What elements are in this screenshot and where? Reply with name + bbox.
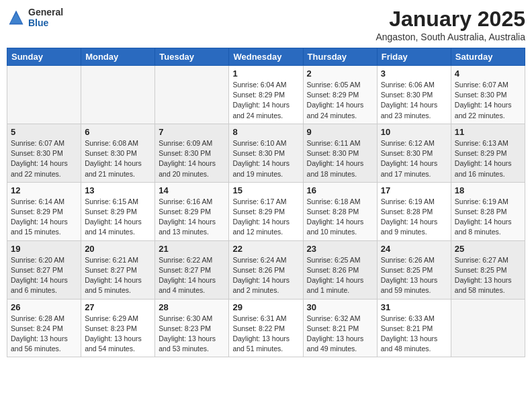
calendar-cell: 11Sunrise: 6:13 AM Sunset: 8:29 PM Dayli… [451, 124, 525, 182]
month-title: January 2025 [375, 7, 525, 32]
day-number: 21 [159, 244, 225, 254]
page-header: General Blue January 2025 Angaston, Sout… [7, 7, 525, 42]
day-info: Sunrise: 6:07 AM Sunset: 8:30 PM Dayligh… [11, 138, 77, 179]
day-info: Sunrise: 6:10 AM Sunset: 8:30 PM Dayligh… [232, 138, 299, 179]
day-number: 3 [381, 68, 447, 79]
logo-blue: Blue [28, 17, 63, 28]
calendar-week-4: 19Sunrise: 6:20 AM Sunset: 8:27 PM Dayli… [7, 240, 525, 299]
calendar-week-2: 5Sunrise: 6:07 AM Sunset: 8:30 PM Daylig… [7, 124, 525, 182]
day-number: 23 [307, 244, 373, 254]
day-number: 7 [159, 127, 225, 137]
calendar-cell: 2Sunrise: 6:05 AM Sunset: 8:29 PM Daylig… [303, 66, 377, 124]
day-info: Sunrise: 6:27 AM Sunset: 8:25 PM Dayligh… [455, 255, 521, 296]
calendar-header-row: SundayMondayTuesdayWednesdayThursdayFrid… [7, 48, 525, 66]
logo-general: General [28, 7, 63, 17]
title-block: January 2025 Angaston, South Australia, … [375, 7, 525, 42]
logo: General Blue [7, 7, 63, 28]
logo-text: General Blue [28, 7, 63, 28]
calendar-cell: 16Sunrise: 6:18 AM Sunset: 8:28 PM Dayli… [303, 182, 377, 240]
day-number: 10 [381, 127, 447, 137]
calendar-cell [155, 66, 229, 124]
day-number: 14 [159, 185, 225, 195]
day-info: Sunrise: 6:22 AM Sunset: 8:27 PM Dayligh… [159, 255, 225, 296]
day-info: Sunrise: 6:15 AM Sunset: 8:29 PM Dayligh… [85, 197, 151, 238]
day-info: Sunrise: 6:25 AM Sunset: 8:26 PM Dayligh… [307, 255, 373, 296]
day-number: 28 [159, 302, 225, 312]
calendar-cell: 19Sunrise: 6:20 AM Sunset: 8:27 PM Dayli… [7, 240, 81, 299]
day-info: Sunrise: 6:21 AM Sunset: 8:27 PM Dayligh… [85, 255, 151, 296]
day-info: Sunrise: 6:11 AM Sunset: 8:30 PM Dayligh… [307, 138, 373, 179]
day-info: Sunrise: 6:20 AM Sunset: 8:27 PM Dayligh… [11, 255, 77, 296]
day-number: 30 [307, 302, 373, 312]
calendar-cell: 22Sunrise: 6:24 AM Sunset: 8:26 PM Dayli… [229, 240, 303, 299]
col-header-wednesday: Wednesday [229, 48, 303, 66]
calendar-cell: 14Sunrise: 6:16 AM Sunset: 8:29 PM Dayli… [155, 182, 229, 240]
day-info: Sunrise: 6:16 AM Sunset: 8:29 PM Dayligh… [159, 197, 225, 238]
day-info: Sunrise: 6:32 AM Sunset: 8:21 PM Dayligh… [307, 314, 373, 355]
calendar-cell: 5Sunrise: 6:07 AM Sunset: 8:30 PM Daylig… [7, 124, 81, 182]
day-info: Sunrise: 6:19 AM Sunset: 8:28 PM Dayligh… [455, 197, 521, 238]
day-number: 11 [455, 127, 521, 137]
calendar-cell: 23Sunrise: 6:25 AM Sunset: 8:26 PM Dayli… [303, 240, 377, 299]
day-number: 29 [232, 302, 299, 312]
day-info: Sunrise: 6:07 AM Sunset: 8:30 PM Dayligh… [455, 80, 521, 121]
day-info: Sunrise: 6:26 AM Sunset: 8:25 PM Dayligh… [381, 255, 447, 296]
col-header-saturday: Saturday [451, 48, 525, 66]
day-number: 18 [455, 185, 521, 195]
calendar-cell: 8Sunrise: 6:10 AM Sunset: 8:30 PM Daylig… [229, 124, 303, 182]
col-header-sunday: Sunday [7, 48, 81, 66]
calendar-cell: 13Sunrise: 6:15 AM Sunset: 8:29 PM Dayli… [81, 182, 155, 240]
day-number: 15 [232, 185, 299, 195]
calendar-cell: 28Sunrise: 6:30 AM Sunset: 8:23 PM Dayli… [155, 299, 229, 357]
day-number: 9 [307, 127, 373, 137]
calendar-cell: 20Sunrise: 6:21 AM Sunset: 8:27 PM Dayli… [81, 240, 155, 299]
calendar-cell: 27Sunrise: 6:29 AM Sunset: 8:23 PM Dayli… [81, 299, 155, 357]
calendar-cell: 18Sunrise: 6:19 AM Sunset: 8:28 PM Dayli… [451, 182, 525, 240]
day-number: 5 [11, 127, 77, 137]
calendar-cell: 10Sunrise: 6:12 AM Sunset: 8:30 PM Dayli… [377, 124, 451, 182]
day-number: 31 [381, 302, 447, 312]
calendar-cell: 9Sunrise: 6:11 AM Sunset: 8:30 PM Daylig… [303, 124, 377, 182]
calendar-cell: 21Sunrise: 6:22 AM Sunset: 8:27 PM Dayli… [155, 240, 229, 299]
calendar-cell: 6Sunrise: 6:08 AM Sunset: 8:30 PM Daylig… [81, 124, 155, 182]
day-info: Sunrise: 6:05 AM Sunset: 8:29 PM Dayligh… [307, 80, 373, 121]
day-info: Sunrise: 6:29 AM Sunset: 8:23 PM Dayligh… [85, 314, 151, 355]
day-info: Sunrise: 6:08 AM Sunset: 8:30 PM Dayligh… [85, 138, 151, 179]
calendar-cell: 3Sunrise: 6:06 AM Sunset: 8:30 PM Daylig… [377, 66, 451, 124]
day-number: 22 [232, 244, 299, 254]
day-number: 2 [307, 68, 373, 79]
day-number: 17 [381, 185, 447, 195]
day-number: 13 [85, 185, 151, 195]
day-info: Sunrise: 6:18 AM Sunset: 8:28 PM Dayligh… [307, 197, 373, 238]
col-header-monday: Monday [81, 48, 155, 66]
calendar-cell: 26Sunrise: 6:28 AM Sunset: 8:24 PM Dayli… [7, 299, 81, 357]
day-info: Sunrise: 6:06 AM Sunset: 8:30 PM Dayligh… [381, 80, 447, 121]
day-number: 24 [381, 244, 447, 254]
calendar-week-1: 1Sunrise: 6:04 AM Sunset: 8:29 PM Daylig… [7, 66, 525, 124]
calendar-week-3: 12Sunrise: 6:14 AM Sunset: 8:29 PM Dayli… [7, 182, 525, 240]
day-info: Sunrise: 6:04 AM Sunset: 8:29 PM Dayligh… [232, 80, 299, 121]
calendar-cell: 24Sunrise: 6:26 AM Sunset: 8:25 PM Dayli… [377, 240, 451, 299]
day-number: 6 [85, 127, 151, 137]
svg-marker-1 [10, 13, 22, 24]
day-info: Sunrise: 6:13 AM Sunset: 8:29 PM Dayligh… [455, 138, 521, 179]
calendar-cell [81, 66, 155, 124]
calendar-cell: 29Sunrise: 6:31 AM Sunset: 8:22 PM Dayli… [229, 299, 303, 357]
day-number: 16 [307, 185, 373, 195]
calendar-week-5: 26Sunrise: 6:28 AM Sunset: 8:24 PM Dayli… [7, 299, 525, 357]
calendar-cell [7, 66, 81, 124]
day-number: 26 [11, 302, 77, 312]
location-title: Angaston, South Australia, Australia [375, 32, 525, 42]
day-number: 19 [11, 244, 77, 254]
day-info: Sunrise: 6:14 AM Sunset: 8:29 PM Dayligh… [11, 197, 77, 238]
calendar-table: SundayMondayTuesdayWednesdayThursdayFrid… [7, 48, 525, 357]
calendar-cell: 17Sunrise: 6:19 AM Sunset: 8:28 PM Dayli… [377, 182, 451, 240]
day-number: 4 [455, 68, 521, 79]
day-info: Sunrise: 6:17 AM Sunset: 8:29 PM Dayligh… [232, 197, 299, 238]
day-number: 1 [232, 68, 299, 79]
calendar-cell: 12Sunrise: 6:14 AM Sunset: 8:29 PM Dayli… [7, 182, 81, 240]
calendar-cell: 1Sunrise: 6:04 AM Sunset: 8:29 PM Daylig… [229, 66, 303, 124]
day-info: Sunrise: 6:30 AM Sunset: 8:23 PM Dayligh… [159, 314, 225, 355]
col-header-tuesday: Tuesday [155, 48, 229, 66]
day-info: Sunrise: 6:12 AM Sunset: 8:30 PM Dayligh… [381, 138, 447, 179]
